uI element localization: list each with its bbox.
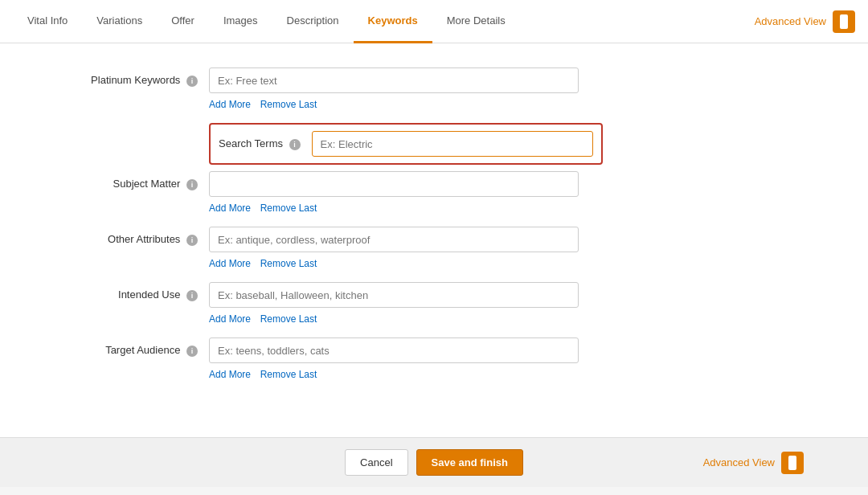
subject-matter-add-more[interactable]: Add More [209,202,251,214]
intended-use-remove-last[interactable]: Remove Last [260,313,317,325]
other-attributes-remove-last[interactable]: Remove Last [260,258,317,269]
target-audience-links: Add More Remove Last [209,368,804,380]
advanced-view-label-header: Advanced View [755,15,826,27]
platinum-keywords-remove-last[interactable]: Remove Last [260,99,317,110]
subject-matter-info-icon[interactable]: i [186,179,198,190]
toggle-box-header[interactable] [833,10,855,33]
cancel-button[interactable]: Cancel [345,449,407,476]
intended-use-row: Intended Use i [64,282,804,308]
tab-more-details[interactable]: More Details [432,1,520,43]
main-content: Platinum Keywords i Add More Remove Last… [0,43,868,437]
target-audience-input-area [209,338,579,363]
advanced-view-toggle-header[interactable]: Advanced View [755,10,855,33]
platinum-keywords-label: Platinum Keywords i [64,68,209,87]
target-audience-info-icon[interactable]: i [186,346,198,357]
tab-vital-info[interactable]: Vital Info [13,1,82,43]
top-navigation: Vital Info Variations Offer Images Descr… [0,0,868,43]
advanced-view-toggle-footer[interactable]: Advanced View [703,452,804,474]
footer: Cancel Save and finish Advanced View [0,437,868,487]
search-terms-label: Search Terms [219,137,283,149]
subject-matter-row: Subject Matter i [64,171,804,197]
target-audience-input[interactable] [209,338,579,363]
search-terms-info-icon[interactable]: i [289,139,301,150]
tab-description[interactable]: Description [272,1,354,43]
footer-buttons: Cancel Save and finish [345,449,523,476]
intended-use-add-more[interactable]: Add More [209,313,251,325]
tab-offer[interactable]: Offer [157,1,209,43]
other-attributes-info-icon[interactable]: i [186,235,198,246]
subject-matter-label: Subject Matter i [64,171,209,190]
intended-use-label: Intended Use i [64,282,209,301]
tab-keywords[interactable]: Keywords [354,1,432,43]
subject-matter-remove-last[interactable]: Remove Last [260,202,317,214]
intended-use-input[interactable] [209,282,579,308]
save-and-finish-button[interactable]: Save and finish [416,449,523,476]
target-audience-row: Target Audience i [64,338,804,363]
target-audience-add-more[interactable]: Add More [209,369,251,380]
platinum-keywords-info-icon[interactable]: i [186,76,198,87]
platinum-keywords-input[interactable] [209,68,579,93]
advanced-view-label-footer: Advanced View [703,456,775,468]
toggle-inner-header [840,14,848,29]
intended-use-info-icon[interactable]: i [186,290,198,301]
other-attributes-links: Add More Remove Last [209,257,804,269]
search-terms-input[interactable] [312,131,593,157]
intended-use-input-area [209,282,579,308]
target-audience-label: Target Audience i [64,338,209,357]
target-audience-remove-last[interactable]: Remove Last [260,369,317,380]
platinum-keywords-add-more[interactable]: Add More [209,99,251,110]
intended-use-links: Add More Remove Last [209,313,804,325]
platinum-keywords-row: Platinum Keywords i [64,68,804,93]
tab-variations[interactable]: Variations [82,1,157,43]
toggle-inner-footer [788,456,796,470]
nav-tabs: Vital Info Variations Offer Images Descr… [13,0,755,43]
other-attributes-input-area [209,227,579,252]
toggle-box-footer[interactable] [781,452,804,474]
subject-matter-input[interactable] [209,171,579,197]
subject-matter-input-area [209,171,579,197]
tab-images[interactable]: Images [209,1,272,43]
other-attributes-add-more[interactable]: Add More [209,258,251,269]
platinum-keywords-links: Add More Remove Last [209,98,804,110]
other-attributes-input[interactable] [209,227,579,252]
platinum-keywords-input-area [209,68,579,93]
subject-matter-links: Add More Remove Last [209,202,804,214]
other-attributes-label: Other Attributes i [64,227,209,246]
other-attributes-row: Other Attributes i [64,227,804,252]
